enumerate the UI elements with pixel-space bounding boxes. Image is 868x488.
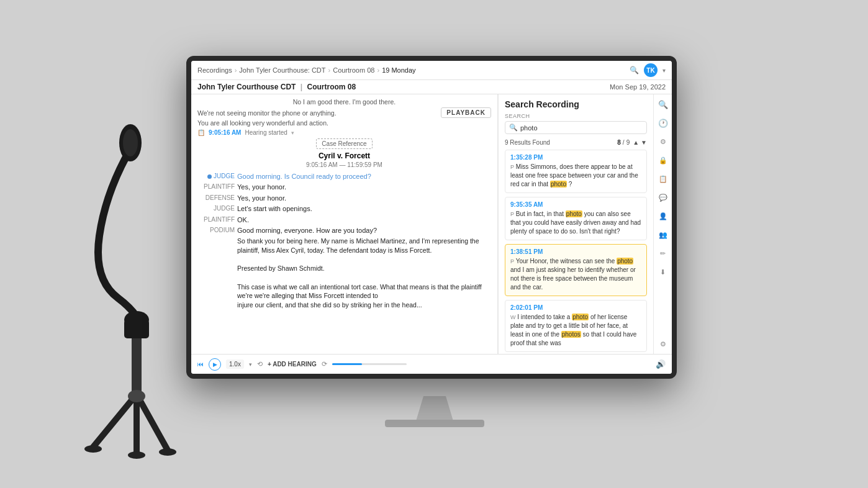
prev-icon[interactable]: ⏮: [197, 361, 204, 368]
right-sidebar: 🔍 🕐 ⚙ 🔒 📋 💬 👤 👥 ✏ ⬇ ⚙: [653, 94, 672, 354]
sidebar-search-icon[interactable]: 🔍: [657, 98, 669, 111]
transcript-long-text: So thank you for being here. My name is …: [237, 237, 491, 310]
courthouse-name: John Tyler Courthouse CDT: [197, 83, 296, 91]
svg-line-6: [137, 394, 168, 450]
sidebar-chat-icon[interactable]: 💬: [657, 191, 669, 204]
monitor-base: [385, 420, 484, 427]
transcript-line-podium: PODIUM Good morning, everyone. How are y…: [197, 226, 491, 235]
chevron-speed-icon[interactable]: ▾: [249, 361, 252, 368]
result-3-text: Your Honor, the witness can see the phot…: [510, 258, 636, 291]
transcript-line-judge-2: JUDGE Let's start with openings.: [197, 204, 491, 214]
svg-point-1: [123, 129, 138, 156]
avatar[interactable]: TK: [644, 63, 658, 77]
playback-button[interactable]: PLAYBACK: [441, 107, 491, 118]
seek-forward-icon[interactable]: ⟳: [322, 360, 327, 368]
volume-icon[interactable]: 🔊: [656, 359, 666, 369]
case-header: John Tyler Courthouse CDT | Courtroom 08…: [191, 80, 672, 94]
add-hearing-button[interactable]: + ADD HEARING: [268, 361, 317, 368]
sidebar-clock-icon[interactable]: 🕐: [657, 117, 669, 129]
result-1-time: 1:35:28 PM: [510, 154, 641, 161]
play-button[interactable]: ▶: [209, 358, 221, 371]
case-ref-box[interactable]: Case Reference: [316, 138, 372, 149]
hearing-date: Mon Sep 19, 2022: [610, 83, 666, 91]
search-icon[interactable]: 🔍: [630, 66, 639, 75]
sidebar-filter-icon[interactable]: ⚙: [657, 135, 669, 148]
result-card-1[interactable]: 1:35:28 PM P Miss Simmons, does there ap…: [505, 150, 647, 193]
hearing-icon: 📋: [197, 129, 205, 136]
transcript-line-plaintiff-2: PLAINTIFF OK.: [197, 215, 491, 225]
result-2-text: But in fact, in that photo you can also …: [510, 210, 641, 235]
courtroom-name: Courtroom 08: [307, 83, 356, 91]
sidebar-lock-icon[interactable]: 🔒: [657, 154, 669, 166]
speed-button[interactable]: 1.0x: [226, 359, 244, 369]
breadcrumb-courtroom[interactable]: Courtroom 08: [333, 66, 374, 74]
breadcrumb-courthouse[interactable]: John Tyler Courthouse: CDT: [239, 66, 325, 74]
result-1-speaker: P: [510, 164, 514, 170]
svg-point-10: [128, 451, 145, 459]
svg-rect-3: [124, 320, 149, 338]
svg-line-5: [93, 394, 137, 447]
monitor-stand: [416, 396, 453, 421]
transcript-line-plaintiff-1: PLAINTIFF Yes, your honor.: [197, 183, 491, 192]
sidebar-table-icon[interactable]: 📋: [657, 173, 669, 185]
search-label: SEARCH: [505, 113, 647, 119]
breadcrumb-bar: Recordings › John Tyler Courthouse: CDT …: [191, 61, 672, 80]
breadcrumb-date[interactable]: 19 Monday: [382, 66, 415, 74]
intro-line-2: We're not seeing monitor the phone or an…: [197, 109, 337, 117]
chevron-down-icon[interactable]: ▾: [662, 67, 666, 74]
sidebar-people-icon[interactable]: 👥: [657, 228, 669, 241]
breadcrumb-recordings[interactable]: Recordings: [197, 66, 232, 74]
result-4-text: I intended to take a photo of her licens…: [510, 314, 636, 346]
seek-bar[interactable]: [332, 363, 407, 365]
monitor-screen: Recordings › John Tyler Courthouse: CDT …: [191, 61, 672, 374]
result-card-4[interactable]: 2:02:01 PM W I intended to take a photo …: [505, 300, 647, 352]
intro-line-3: You are all looking very wonderful and a…: [197, 119, 491, 127]
result-2-time: 9:35:35 AM: [510, 201, 641, 208]
search-input[interactable]: [520, 124, 643, 132]
nav-down-icon[interactable]: ▼: [641, 139, 647, 146]
nav-current: 8: [617, 139, 621, 146]
hearing-label: Hearing started: [245, 129, 287, 136]
case-title: Cyril v. Forcett: [197, 151, 491, 160]
result-card-3[interactable]: 1:38:51 PM P Your Honor, the witness can…: [505, 244, 647, 296]
result-1-text: Miss Simmons, does there appear to be at…: [510, 163, 638, 188]
result-4-time: 2:02:01 PM: [510, 304, 641, 311]
svg-point-11: [128, 390, 145, 402]
result-4-speaker: W: [510, 314, 516, 320]
transcript-line-defense: DEFENSE Yes, your honor.: [197, 194, 491, 203]
result-2-speaker: P: [510, 211, 514, 217]
result-card-2[interactable]: 9:35:35 AM P But in fact, in that photo …: [505, 197, 647, 240]
sidebar-settings-icon[interactable]: ⚙: [657, 338, 669, 350]
seek-back-icon[interactable]: ⟲: [257, 360, 263, 368]
nav-total: 9: [626, 139, 630, 146]
transcript-panel: No I am good there. I'm good there. We'r…: [191, 94, 498, 354]
hearing-chevron[interactable]: ▾: [291, 130, 294, 136]
sidebar-person-icon[interactable]: 👤: [657, 210, 669, 222]
hearing-timestamp: 9:05:16 AM: [209, 129, 241, 136]
intro-line-1: No I am good there. I'm good there.: [197, 98, 491, 106]
nav-up-icon[interactable]: ▲: [633, 139, 639, 146]
search-panel: Search Recording SEARCH 🔍 9 Results Foun…: [498, 94, 653, 354]
result-3-time: 1:38:51 PM: [510, 248, 641, 255]
monitor-frame: Recordings › John Tyler Courthouse: CDT …: [186, 56, 677, 379]
svg-point-8: [84, 445, 102, 453]
seek-progress: [332, 363, 362, 365]
case-time: 9:05:16 AM — 11:59:59 PM: [197, 161, 491, 168]
transcript-line-judge: JUDGE Good morning. Is Council ready to …: [197, 172, 491, 181]
search-input-icon: 🔍: [509, 124, 518, 132]
sidebar-edit-icon[interactable]: ✏: [657, 247, 669, 260]
results-count: 9 Results Found: [505, 139, 550, 146]
sidebar-download-icon[interactable]: ⬇: [657, 266, 669, 278]
svg-point-9: [159, 448, 176, 456]
search-panel-title: Search Recording: [505, 99, 647, 109]
player-bar: ⏮ ▶ 1.0x ▾ ⟲ + ADD HEARING ⟳ 🔊: [191, 354, 672, 374]
result-3-speaker: P: [510, 258, 514, 264]
